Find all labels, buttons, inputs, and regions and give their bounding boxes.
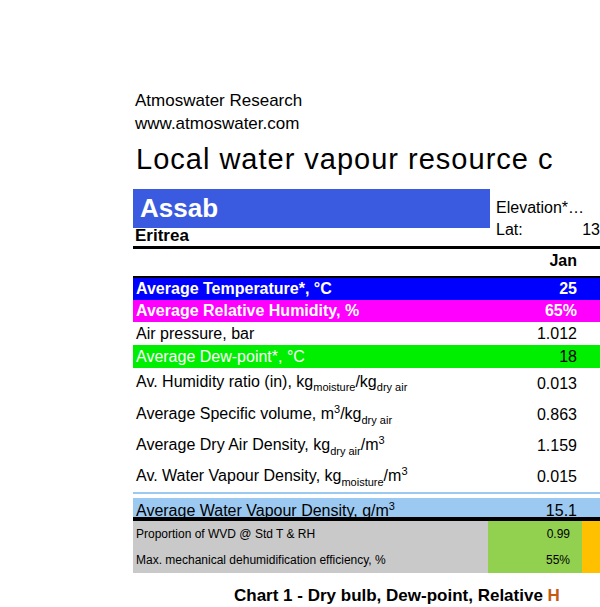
row-label: Average Temperature*, °C [133,280,559,298]
elevation-label: Elevation*… [496,199,584,217]
row-value: 0.015 [537,468,600,486]
table-row: Average Relative Humidity, %65% [133,300,600,322]
latitude-value: 13 [582,221,600,239]
data-table: Average Temperature*, °C25Average Relati… [133,278,600,523]
table-row: Average Dew-point*, °C18 [133,345,600,368]
chart-caption: Chart 1 - Dry bulb, Dew-point, Relative … [234,586,560,606]
divider-top [133,246,600,249]
table-row: Air pressure, bar1.012 [133,322,600,345]
table-row: Average Specific volume, m3/kgdry air0.8… [133,399,600,430]
footer-row-label: Proportion of WVD @ Std T & RH [133,521,488,547]
latitude-label: Lat: [496,221,523,239]
page-title: Local water vapour resource c [136,143,553,176]
footer-row-next-month-cell [582,547,600,573]
row-label: Air pressure, bar [133,325,537,343]
month-column-header: Jan [488,252,577,270]
table-row: Av. Water Vapour Density, kgmoisture/m30… [133,461,600,492]
footer-row: Max. mechanical dehumidification efficie… [133,547,600,573]
row-label: Average Relative Humidity, % [133,302,545,320]
footer-row: Proportion of WVD @ Std T & RH0.99 [133,521,600,547]
city-name: Assab [133,189,490,227]
row-value: 18 [559,348,600,366]
row-label: Average Dry Air Density, kgdry air/m3 [133,434,537,457]
table-row: Average Temperature*, °C25 [133,278,600,300]
row-label: Average Dew-point*, °C [133,348,559,366]
table-row: Av. Humidity ratio (in), kgmoisture/kgdr… [133,368,600,399]
row-value: 0.863 [537,406,600,424]
row-label: Av. Humidity ratio (in), kgmoisture/kgdr… [133,373,537,393]
row-value: 1.159 [537,437,600,455]
row-value: 1.012 [537,325,600,343]
footer-row-value: 0.99 [488,521,582,547]
footer-row-value: 55% [488,547,582,573]
row-label: Average Specific volume, m3/kgdry air [133,403,537,426]
latitude-row: Lat: 13 [496,221,600,239]
city-banner: Assab [133,189,490,228]
row-label: Av. Water Vapour Density, kgmoisture/m3 [133,465,537,488]
footer-table: Proportion of WVD @ Std T & RH0.99Max. m… [133,521,600,573]
datasheet-page: Atmoswater Research www.atmoswater.com L… [0,0,600,607]
row-value: 0.013 [537,375,600,393]
table-row: Average Dry Air Density, kgdry air/m31.1… [133,430,600,461]
row-value: 65% [545,302,600,320]
row-value: 25 [559,280,600,298]
footer-row-next-month-cell [582,521,600,547]
org-name: Atmoswater Research [135,91,302,111]
footer-row-label: Max. mechanical dehumidification efficie… [133,547,488,573]
country-label: Eritrea [135,226,189,246]
org-url-link[interactable]: www.atmoswater.com [135,114,299,134]
